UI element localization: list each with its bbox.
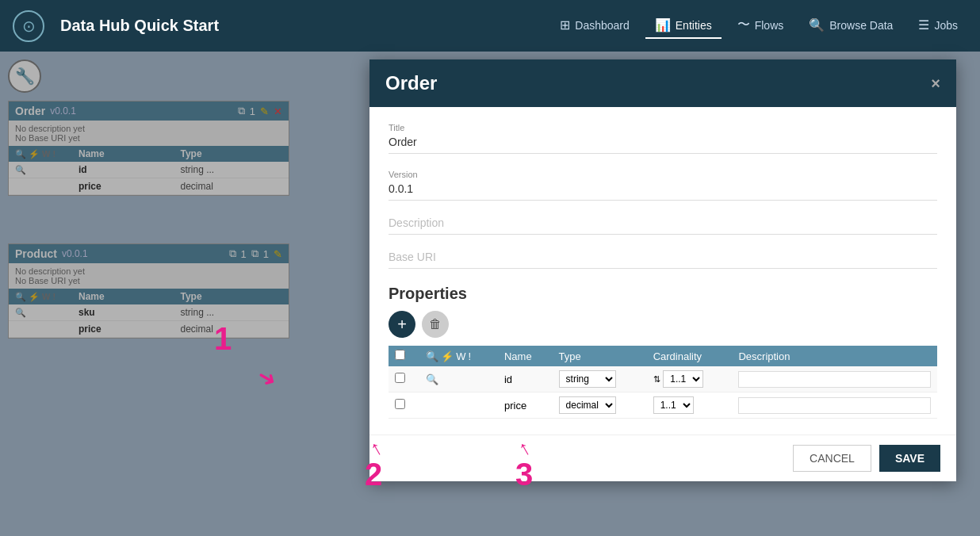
row2-description-cell <box>732 392 937 419</box>
modal-header: Order × <box>369 59 956 107</box>
nav-flows-label: Flows <box>755 19 784 32</box>
delete-property-button[interactable]: 🗑 <box>422 311 449 338</box>
description-input[interactable]: Description <box>389 216 937 235</box>
app-title: Data Hub Quick Start <box>60 17 219 35</box>
version-value[interactable]: 0.0.1 <box>389 182 937 201</box>
title-value[interactable]: Order <box>389 136 937 154</box>
jobs-icon: ☰ <box>918 17 929 33</box>
modal-overlay: Order × Title Order Version 0.0.1 Descri… <box>0 52 980 536</box>
th-cardinality: Cardinality <box>647 346 733 366</box>
th-exclaim-icon: ! <box>469 350 472 362</box>
flows-icon: 〜 <box>737 17 750 33</box>
th-lightning-icon: ⚡ <box>441 350 454 362</box>
row2-type-select[interactable]: decimal string integer <box>559 396 616 414</box>
base-uri-input[interactable]: Base URI <box>389 251 937 269</box>
row1-description-input[interactable] <box>738 371 931 388</box>
prop-actions: + 🗑 <box>389 311 937 338</box>
table-row: 🔍 id string decimal integer <box>389 366 937 392</box>
nav-entities[interactable]: 📊 Entities <box>645 13 722 39</box>
modal-title: Order <box>385 72 437 94</box>
entities-icon: 📊 <box>655 17 671 33</box>
step-2-label: 2 <box>365 457 382 492</box>
app-logo: ⊙ <box>13 10 44 42</box>
nav-entities-label: Entities <box>676 19 712 32</box>
row1-search-icon: 🔍 <box>426 373 438 385</box>
base-uri-field: Base URI <box>389 251 937 269</box>
properties-title: Properties <box>389 285 937 303</box>
row1-cardinality-select[interactable]: 1..1 0..1 0..* <box>663 370 703 388</box>
nav-dashboard-label: Dashboard <box>575 19 630 32</box>
modal-close-button[interactable]: × <box>931 75 940 93</box>
row1-type-select[interactable]: string decimal integer <box>559 370 616 388</box>
dashboard-icon: ⊞ <box>560 17 570 33</box>
title-label: Title <box>389 123 937 132</box>
nav-browse-data-label: Browse Data <box>829 19 893 32</box>
nav-jobs[interactable]: ☰ Jobs <box>909 13 967 39</box>
main-area: 🔧 Order v0.0.1 ⧉ 1 ✎ ✕ No description ye… <box>0 52 980 536</box>
row1-checkbox[interactable] <box>395 373 405 383</box>
browse-data-icon: 🔍 <box>809 17 825 33</box>
nav-flows[interactable]: 〜 Flows <box>728 12 794 40</box>
description-field: Description <box>389 216 937 235</box>
th-icons: 🔍 ⚡ W ! <box>419 346 498 366</box>
row2-cardinality-select[interactable]: 1..1 0..1 0..* <box>653 396 694 414</box>
row2-icons-cell <box>419 392 498 419</box>
select-all-checkbox[interactable] <box>395 350 405 360</box>
th-search-icon: 🔍 <box>426 350 438 362</box>
row1-name-cell: id <box>498 366 553 392</box>
step-1-label: 1 <box>214 321 232 357</box>
nav-dashboard[interactable]: ⊞ Dashboard <box>550 13 639 39</box>
title-field: Title Order <box>389 123 937 154</box>
order-modal: Order × Title Order Version 0.0.1 Descri… <box>369 59 956 481</box>
version-field: Version 0.0.1 <box>389 170 937 201</box>
th-description: Description <box>732 346 937 366</box>
row2-type-cell: decimal string integer <box>553 392 647 419</box>
version-label: Version <box>389 170 937 179</box>
row2-description-input[interactable] <box>738 397 931 414</box>
step-3-label: 3 <box>515 457 533 492</box>
row1-icons-cell: 🔍 <box>419 366 498 392</box>
save-button[interactable]: SAVE <box>879 445 940 472</box>
th-w-icon: W <box>456 350 465 362</box>
row1-cardinality-cell: ⇅ 1..1 0..1 0..* <box>647 366 733 392</box>
row1-checkbox-cell <box>389 366 419 392</box>
table-row: price decimal string integer <box>389 392 937 419</box>
nav-jobs-label: Jobs <box>934 19 958 32</box>
modal-body: Title Order Version 0.0.1 Description Ba… <box>369 107 956 435</box>
th-checkbox <box>389 346 419 366</box>
modal-footer: CANCEL SAVE <box>369 435 956 481</box>
properties-section: Properties + 🗑 🔍 ⚡ <box>389 285 937 419</box>
row1-name: id <box>504 373 512 385</box>
row2-checkbox[interactable] <box>395 399 405 409</box>
logo-icon: ⊙ <box>22 17 36 36</box>
row1-sort-icon: ⇅ <box>653 374 660 384</box>
row1-type-cell: string decimal integer <box>553 366 647 392</box>
row2-name: price <box>504 400 526 412</box>
th-type: Type <box>553 346 647 366</box>
row1-description-cell <box>732 366 937 392</box>
properties-table: 🔍 ⚡ W ! Name Type Cardinality Descripti <box>389 346 937 419</box>
row2-checkbox-cell <box>389 392 419 419</box>
nav-browse-data[interactable]: 🔍 Browse Data <box>799 13 902 39</box>
th-name: Name <box>498 346 553 366</box>
row2-cardinality-cell: 1..1 0..1 0..* <box>647 392 733 419</box>
top-navigation: ⊙ Data Hub Quick Start ⊞ Dashboard 📊 Ent… <box>0 0 980 52</box>
cancel-button[interactable]: CANCEL <box>793 445 871 472</box>
add-property-button[interactable]: + <box>389 311 415 338</box>
row2-name-cell: price <box>498 392 553 419</box>
nav-bar: ⊞ Dashboard 📊 Entities 〜 Flows 🔍 Browse … <box>550 12 967 40</box>
table-header-row: 🔍 ⚡ W ! Name Type Cardinality Descripti <box>389 346 937 366</box>
